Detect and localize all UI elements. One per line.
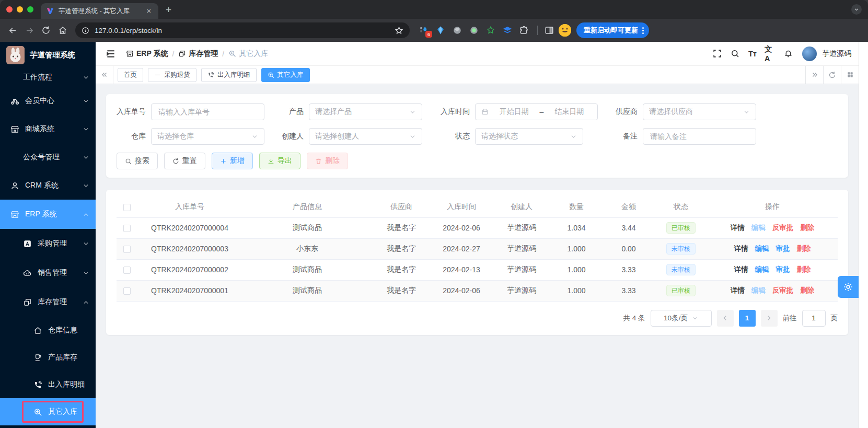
row-checkbox[interactable] xyxy=(123,225,131,232)
sidebar-item-库存管理[interactable]: 库存管理 xyxy=(0,287,96,317)
select-all-checkbox[interactable] xyxy=(123,204,131,211)
user-name[interactable]: 芋道源码 xyxy=(822,49,851,59)
layers-extension-icon[interactable] xyxy=(502,25,513,36)
input-field[interactable] xyxy=(157,107,258,117)
row-checkbox[interactable] xyxy=(123,287,131,295)
tags-scroll-right-icon[interactable] xyxy=(805,66,823,84)
sidebar-item-公众号管理[interactable]: 公众号管理 xyxy=(0,143,96,171)
font-size-icon[interactable]: Tт xyxy=(745,46,760,62)
select-产品[interactable]: 请选择产品 xyxy=(309,103,422,120)
新增-button[interactable]: 新增 xyxy=(212,153,253,169)
input-field[interactable] xyxy=(649,132,750,141)
browser-menu-icon[interactable] xyxy=(642,27,644,34)
side-panel-icon[interactable] xyxy=(542,23,557,38)
url-bar[interactable]: 127.0.0.1/erp/stock/in xyxy=(75,22,410,38)
审批-action-link[interactable]: 审批 xyxy=(776,265,790,274)
详情-action-link[interactable]: 详情 xyxy=(731,286,745,295)
new-tab-button[interactable]: + xyxy=(158,4,179,19)
tab-出入库明细[interactable]: 出入库明细 xyxy=(201,68,257,82)
tab-首页[interactable]: 首页 xyxy=(118,68,143,82)
sidebar-item-工作流程[interactable]: 工作流程 xyxy=(0,68,96,87)
home-icon[interactable] xyxy=(55,23,70,38)
theme-settings-gear-icon[interactable] xyxy=(838,276,859,298)
详情-action-link[interactable]: 详情 xyxy=(731,223,745,233)
notifications-bell-icon[interactable] xyxy=(780,46,796,62)
重置-button[interactable]: 重置 xyxy=(164,153,205,169)
sidebar-item-出入库明细[interactable]: 出入库明细 xyxy=(0,371,96,398)
next-page-button[interactable] xyxy=(761,310,778,327)
删除-action-link[interactable]: 删除 xyxy=(797,265,811,274)
编辑-action-link[interactable]: 编辑 xyxy=(755,265,769,274)
close-window-button[interactable] xyxy=(6,6,13,13)
sidebar-item-其它入库[interactable]: 其它入库 xyxy=(0,398,96,425)
forward-icon[interactable] xyxy=(22,23,37,38)
url-text[interactable]: 127.0.0.1/erp/stock/in xyxy=(95,27,389,34)
删除-action-link[interactable]: 删除 xyxy=(800,286,814,295)
编辑-action-link[interactable]: 编辑 xyxy=(755,244,769,253)
tab-采购退货[interactable]: 采购退货 xyxy=(148,68,196,82)
sidebar-item-会员中心[interactable]: 会员中心 xyxy=(0,87,96,115)
删除-action-link[interactable]: 删除 xyxy=(797,244,811,253)
tags-refresh-icon[interactable] xyxy=(823,66,841,84)
text-input-入库单号[interactable] xyxy=(151,103,264,120)
row-checkbox[interactable] xyxy=(123,267,131,274)
sidebar-item-采购管理[interactable]: 采购管理 xyxy=(0,229,96,258)
反审批-action-link[interactable]: 反审批 xyxy=(772,223,794,233)
window-controls[interactable] xyxy=(0,0,41,19)
row-select-cell xyxy=(117,238,137,259)
star-extension-icon[interactable] xyxy=(485,25,496,36)
sidebar-item-销售管理[interactable]: 销售管理 xyxy=(0,258,96,287)
tags-scroll-left-icon[interactable] xyxy=(96,66,113,84)
select-供应商[interactable]: 请选择供应商 xyxy=(643,103,756,120)
select-仓库[interactable]: 请选择仓库 xyxy=(151,128,264,145)
extension-icon[interactable]: 6 xyxy=(418,25,430,36)
row-checkbox[interactable] xyxy=(123,246,131,253)
搜索-button[interactable]: 搜索 xyxy=(117,153,158,169)
select-状态[interactable]: 请选择状态 xyxy=(475,128,583,145)
collapse-menu-icon[interactable] xyxy=(103,46,119,62)
bookmark-star-icon[interactable] xyxy=(395,26,403,35)
tab-其它入库[interactable]: 其它入库 xyxy=(261,68,310,82)
sidebar-item-产品库存[interactable]: 产品库存 xyxy=(0,344,96,371)
search-icon[interactable] xyxy=(727,46,743,62)
审批-action-link[interactable]: 审批 xyxy=(776,244,790,253)
tab-search-button[interactable] xyxy=(851,4,862,15)
sphere-extension-icon[interactable] xyxy=(452,25,463,36)
browser-tab[interactable]: 芋道管理系统 - 其它入库 × xyxy=(41,3,158,19)
select-创建人[interactable]: 请选择创建人 xyxy=(309,128,422,145)
goto-page-input[interactable] xyxy=(802,310,826,327)
删除-action-link[interactable]: 删除 xyxy=(800,223,814,233)
导出-button[interactable]: 导出 xyxy=(259,153,300,169)
tags-layout-grid-icon[interactable] xyxy=(841,66,859,84)
user-avatar[interactable] xyxy=(802,47,817,61)
breadcrumb-item[interactable]: ERP 系统 xyxy=(126,49,168,59)
prev-page-button[interactable] xyxy=(717,310,734,327)
详情-action-link[interactable]: 详情 xyxy=(734,244,748,253)
breadcrumb-item[interactable]: 库存管理 xyxy=(178,49,218,59)
tab-close-icon[interactable]: × xyxy=(145,7,153,15)
sidebar-item-商城系统[interactable]: 商城系统 xyxy=(0,115,96,143)
reload-icon[interactable] xyxy=(39,23,53,38)
profile-avatar[interactable] xyxy=(559,24,571,37)
page-number-button[interactable]: 1 xyxy=(739,310,756,327)
browser-update-button[interactable]: 重新启动即可更新 xyxy=(576,22,649,38)
详情-action-link[interactable]: 详情 xyxy=(734,265,748,274)
language-icon[interactable]: 文A xyxy=(762,46,778,62)
fullscreen-icon[interactable] xyxy=(709,46,725,62)
back-icon[interactable] xyxy=(5,23,20,38)
gem-extension-icon[interactable] xyxy=(435,25,446,36)
zoom-window-button[interactable] xyxy=(27,6,33,13)
sidebar-item-ERP 系统[interactable]: ERP 系统 xyxy=(0,200,96,229)
extensions-puzzle-icon[interactable] xyxy=(518,25,530,36)
page-size-select[interactable]: 10条/页 xyxy=(651,310,712,327)
sidebar-item-仓库信息[interactable]: 仓库信息 xyxy=(0,317,96,344)
date-range-picker[interactable]: 开始日期–结束日期 xyxy=(475,103,598,120)
breadcrumb-separator: / xyxy=(222,50,224,58)
minimize-window-button[interactable] xyxy=(17,6,23,13)
text-input-备注[interactable] xyxy=(643,128,756,145)
site-info-icon[interactable] xyxy=(82,27,89,34)
browser-scroll-gutter[interactable] xyxy=(859,42,868,428)
反审批-action-link[interactable]: 反审批 xyxy=(772,286,794,295)
green-dot-extension-icon[interactable] xyxy=(468,25,480,36)
sidebar-item-CRM 系统[interactable]: CRM 系统 xyxy=(0,171,96,200)
